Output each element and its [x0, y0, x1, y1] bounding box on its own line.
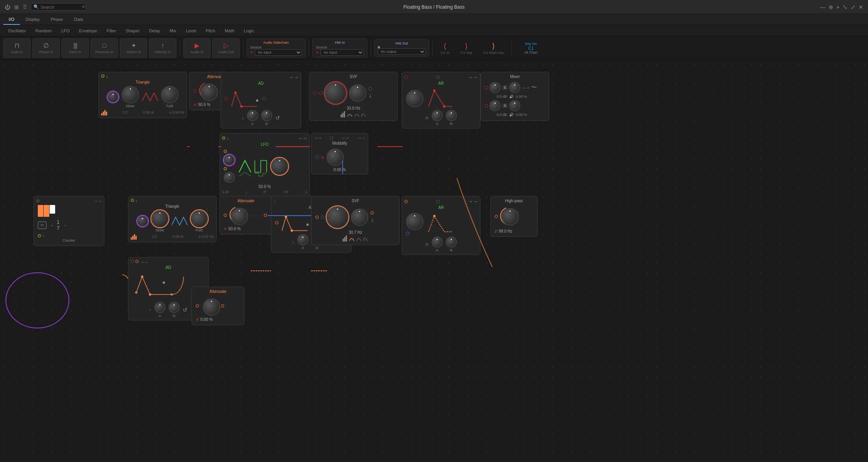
- subnav-lfo[interactable]: LFO: [56, 25, 74, 36]
- zoom-icon[interactable]: ⊕: [829, 4, 833, 10]
- wobblify-port[interactable]: [330, 136, 333, 140]
- lfo-1-main-knob[interactable]: [271, 158, 288, 175]
- close-icon[interactable]: ✕: [859, 4, 863, 10]
- svf-1-res-knob[interactable]: [349, 84, 366, 102]
- hw-out-select[interactable]: No output: [378, 48, 426, 55]
- search-clear-icon[interactable]: ✕: [82, 4, 85, 9]
- ad-1-d-knob[interactable]: [261, 110, 272, 121]
- ar-1-knob-1[interactable]: [406, 90, 423, 107]
- ar-2-a-knob[interactable]: [432, 237, 443, 248]
- attenuate-3-knob[interactable]: [203, 298, 220, 316]
- ar-2-blue-port[interactable]: [406, 232, 409, 235]
- subnav-oscillator[interactable]: Oscillator: [3, 25, 31, 36]
- audio-sidechain-select[interactable]: No Input: [255, 49, 302, 56]
- ad-2-in-port[interactable]: [275, 221, 278, 224]
- hw-out-select-row[interactable]: No output: [378, 48, 426, 55]
- io-pressure-in[interactable]: □ Pressure In: [91, 38, 118, 58]
- attenuate-2-out-port[interactable]: [264, 214, 267, 217]
- ar-1-a-knob[interactable]: [432, 110, 443, 121]
- ad-3-a-knob[interactable]: [154, 302, 165, 313]
- attenuate-1-in-port[interactable]: [193, 89, 197, 93]
- io-velocity-in[interactable]: ↑ Velocity In: [149, 38, 176, 58]
- ar-2-port-2[interactable]: [436, 200, 440, 203]
- ad-1-in-port[interactable]: [225, 97, 228, 100]
- subnav-random[interactable]: Random: [31, 25, 57, 36]
- high-pass-in-port[interactable]: [495, 215, 498, 218]
- tab-io[interactable]: I/O: [3, 14, 20, 25]
- mixer-ch2-s[interactable]: S: [502, 103, 508, 108]
- triangle-2-fold-knob[interactable]: [191, 210, 208, 227]
- ad-3-out-port-1[interactable]: [135, 260, 139, 263]
- audio-sidechain-source-select-row[interactable]: ✕ No Input: [250, 49, 302, 56]
- io-audio-out[interactable]: ▷ Audio Out: [212, 38, 240, 58]
- hw-in-select[interactable]: No Input: [321, 49, 364, 56]
- ad-1-a-knob[interactable]: [247, 110, 258, 121]
- popout-icon[interactable]: ⤢: [851, 4, 855, 10]
- triangle-2-port-yellow[interactable]: [131, 199, 134, 202]
- attenuate-1-knob[interactable]: [200, 84, 218, 101]
- mixer-ch1-s[interactable]: S: [502, 85, 508, 90]
- io-timbre-in[interactable]: ✦ Timbre In: [120, 38, 147, 58]
- subnav-math[interactable]: Math: [220, 25, 239, 36]
- subnav-delay[interactable]: Delay: [145, 25, 165, 36]
- grid-small-icon[interactable]: ⊞: [14, 4, 19, 10]
- lfo-1-port1[interactable]: [224, 150, 227, 153]
- svf-1-in-port-2[interactable]: [319, 91, 322, 95]
- mixer-ch2-pan[interactable]: [509, 100, 520, 111]
- lfo-1-small-knob[interactable]: [224, 155, 235, 166]
- hw-in-select-row[interactable]: ✕ No Input: [316, 49, 364, 56]
- attenuate-3-out-port[interactable]: [221, 304, 224, 307]
- cv-out-module[interactable]: ⟩ CV Out: [456, 38, 477, 58]
- search-box[interactable]: 🔍 ✕: [31, 3, 86, 11]
- high-pass-knob[interactable]: [501, 208, 519, 225]
- svf-2-in-port-1[interactable]: [315, 216, 319, 219]
- mixer-ch2-vol[interactable]: [490, 100, 501, 111]
- ar-1-in-port[interactable]: [404, 76, 408, 79]
- ar-1-r-knob[interactable]: [446, 110, 457, 121]
- triangle-2-small-knob[interactable]: [137, 216, 148, 227]
- svf-1-in-port-1[interactable]: [313, 91, 317, 95]
- power-icon[interactable]: ⏻: [5, 4, 10, 10]
- mixer-ch1-pan[interactable]: [509, 82, 520, 93]
- mixer-ch2-in[interactable]: [485, 104, 488, 107]
- wobblify-x-port[interactable]: [315, 156, 319, 159]
- ar-1-port-2[interactable]: [436, 76, 440, 79]
- io-pitch-in[interactable]: ||| Pitch In: [61, 38, 89, 58]
- ad-2-a-knob[interactable]: [297, 234, 308, 245]
- ar-2-in-port[interactable]: [404, 200, 408, 203]
- svf-1-main-knob[interactable]: [325, 82, 347, 104]
- lfo-1-port2[interactable]: [224, 167, 227, 170]
- tab-display[interactable]: Display: [20, 14, 45, 25]
- svf-2-out-port[interactable]: [371, 211, 374, 214]
- lfo-1-yellow-port[interactable]: [222, 136, 225, 140]
- io-gate-in[interactable]: ⊓ Gate In: [3, 38, 31, 58]
- subnav-pitch[interactable]: Pitch: [201, 25, 220, 36]
- subnav-mix[interactable]: Mix: [165, 25, 181, 36]
- attenuate-3-in-port[interactable]: [196, 304, 199, 307]
- mixer-ch1-in[interactable]: [485, 86, 488, 89]
- attenuate-2-knob[interactable]: [231, 208, 248, 225]
- expand-icon[interactable]: +: [836, 4, 840, 10]
- subnav-filter[interactable]: Filter: [102, 25, 121, 36]
- attenuate-2-in-port[interactable]: [224, 214, 227, 217]
- io-audio-in[interactable]: ▶ Audio In: [183, 38, 211, 58]
- ar-2-knob-1[interactable]: [406, 213, 423, 230]
- ad-3-d-knob[interactable]: [169, 302, 180, 313]
- subnav-level[interactable]: Level: [181, 25, 201, 36]
- subnav-shaper[interactable]: Shaper: [121, 25, 144, 36]
- cv-pitch-out-module[interactable]: ⟩ CV Pitch Out: [479, 38, 508, 58]
- svf-1-out-port[interactable]: [369, 87, 372, 90]
- svf-2-main-knob[interactable]: [326, 206, 349, 228]
- wobblify-knob[interactable]: [326, 149, 344, 166]
- ad-1-out-port[interactable]: [263, 97, 266, 100]
- tab-data[interactable]: Data: [69, 14, 89, 25]
- svf-2-res-knob[interactable]: [351, 209, 368, 226]
- mixer-ch1-vol[interactable]: [490, 82, 501, 93]
- triangle-1-small-knob[interactable]: [108, 91, 119, 102]
- io-phase-in[interactable]: ∅ Phase In: [32, 38, 60, 58]
- triangle-1-port-yellow[interactable]: [101, 75, 104, 78]
- ad-3-in-port-1[interactable]: [131, 260, 134, 263]
- key-on-section[interactable]: Key On C1 All Chan: [515, 40, 547, 56]
- lfo-1-knob2[interactable]: [224, 172, 235, 183]
- triangle-1-fold-knob[interactable]: [161, 86, 178, 103]
